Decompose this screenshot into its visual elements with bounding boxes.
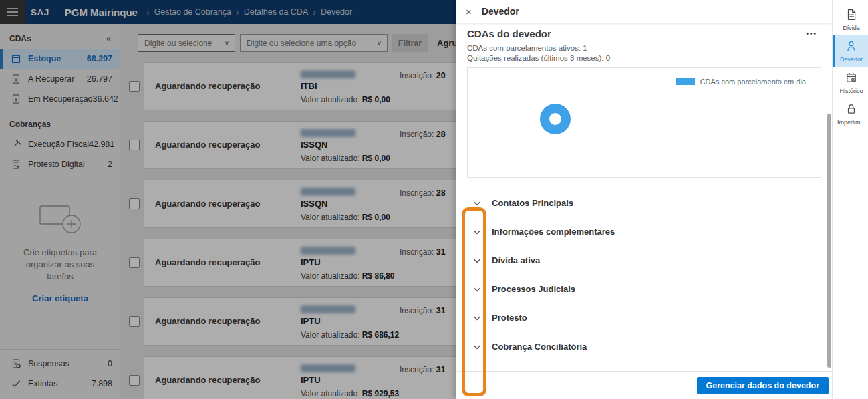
document-icon bbox=[845, 9, 857, 21]
accordion-label: Dívida ativa bbox=[492, 255, 540, 265]
stat-quitacoes: Quitações realizadas (últimos 3 meses): … bbox=[467, 53, 821, 63]
accordion-list: Contatos Principais Informações compleme… bbox=[467, 188, 821, 361]
dim-overlay bbox=[0, 0, 456, 399]
gerenciar-dados-button[interactable]: Gerenciar dados do devedor bbox=[697, 377, 829, 394]
accordion-section[interactable]: Processos Judiciais bbox=[467, 275, 821, 303]
chevron-down-icon bbox=[472, 227, 482, 237]
panel-body: CDAs do devedor ••• CDAs com parcelament… bbox=[456, 28, 832, 361]
rail-item[interactable]: Dívida bbox=[833, 4, 868, 35]
accordion-label: Cobrança Conciliatória bbox=[492, 342, 587, 352]
calendar-icon bbox=[845, 72, 857, 84]
person-icon bbox=[845, 40, 857, 52]
lock-icon bbox=[845, 103, 857, 115]
legend-swatch bbox=[676, 78, 695, 85]
donut-chart bbox=[540, 104, 571, 134]
accordion-label: Processos Judiciais bbox=[492, 284, 575, 294]
rail-item[interactable]: Histórico bbox=[833, 67, 868, 98]
right-icon-rail: Dívida Devedor Histórico Impedim... bbox=[832, 0, 868, 399]
chart-legend: CDAs com parcelamento em dia bbox=[676, 78, 806, 86]
rail-item-label: Dívida bbox=[835, 25, 868, 31]
rail-item-label: Impedim... bbox=[835, 119, 868, 126]
accordion-label: Protesto bbox=[492, 313, 527, 323]
cdas-do-devedor-title: CDAs do devedor bbox=[467, 28, 551, 39]
accordion-section[interactable]: Protesto bbox=[467, 303, 821, 332]
accordion-section[interactable]: Contatos Principais bbox=[467, 188, 821, 217]
accordion-section[interactable]: Dívida ativa bbox=[467, 246, 821, 275]
chevron-down-icon bbox=[472, 256, 482, 265]
rail-item-label: Devedor bbox=[835, 56, 868, 63]
stat-parcelamentos-ativos: CDAs com parcelamentos ativos: 1 bbox=[467, 43, 821, 53]
chevron-down-icon bbox=[472, 198, 482, 208]
chevron-down-icon bbox=[472, 313, 482, 323]
accordion-label: Contatos Principais bbox=[492, 198, 573, 208]
chevron-down-icon bbox=[472, 342, 482, 352]
app-root: SAJ PGM Mairinque › Gestão de Cobrança ›… bbox=[0, 0, 868, 399]
accordion-section[interactable]: Cobrança Conciliatória bbox=[467, 332, 821, 361]
more-options-icon[interactable]: ••• bbox=[806, 30, 817, 37]
close-icon[interactable]: × bbox=[466, 7, 472, 17]
accordion-section[interactable]: Informações complementares bbox=[467, 217, 821, 246]
devedor-stats: CDAs com parcelamentos ativos: 1 Quitaçõ… bbox=[467, 43, 821, 63]
rail-item-label: Histórico bbox=[835, 88, 868, 94]
rail-item[interactable]: Devedor bbox=[833, 35, 868, 67]
legend-label: CDAs com parcelamento em dia bbox=[700, 78, 806, 86]
accordion-label: Informações complementares bbox=[492, 227, 615, 237]
panel-footer: Gerenciar dados do devedor bbox=[456, 371, 832, 399]
devedor-panel: × Devedor CDAs do devedor ••• CDAs com p… bbox=[456, 0, 832, 399]
donut-chart-card: CDAs com parcelamento em dia bbox=[467, 67, 821, 178]
panel-scrollbar[interactable] bbox=[827, 114, 831, 368]
rail-item[interactable]: Impedim... bbox=[833, 98, 868, 130]
chevron-down-icon bbox=[472, 285, 482, 294]
panel-header: × Devedor bbox=[456, 0, 832, 23]
panel-title: Devedor bbox=[482, 6, 519, 17]
